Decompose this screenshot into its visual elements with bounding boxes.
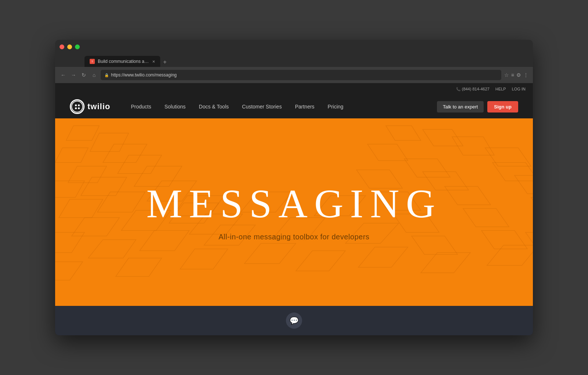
chat-widget-button[interactable]: 💬 [286, 312, 302, 329]
reload-button[interactable]: ↻ [80, 71, 87, 79]
svg-marker-12 [72, 218, 119, 236]
sign-up-button[interactable]: Sign up [487, 101, 518, 113]
svg-marker-40 [358, 247, 408, 267]
maximize-button[interactable] [75, 44, 80, 49]
logo-dot-2 [78, 104, 80, 106]
svg-marker-49 [55, 232, 85, 253]
site-content: 📞 (844) 814-4627 HELP LOG IN [55, 83, 533, 335]
phone-icon: 📞 [456, 87, 460, 91]
svg-marker-9 [59, 199, 103, 218]
logo-icon [70, 99, 85, 114]
logo-dot-1 [75, 104, 77, 106]
logo-text: twilio [87, 102, 110, 111]
logo-dots [75, 104, 80, 109]
svg-marker-41 [421, 253, 470, 273]
back-button[interactable]: ← [60, 71, 67, 79]
browser-actions: ☆ ≡ ⚙ ⋮ [504, 72, 528, 78]
hero-section: MESSAGING All-in-one messaging toolbox f… [55, 118, 533, 306]
svg-marker-38 [244, 243, 296, 264]
svg-marker-3 [103, 144, 147, 162]
hero-content: MESSAGING All-in-one messaging toolbox f… [146, 183, 442, 241]
layers-icon[interactable]: ≡ [511, 72, 514, 78]
chat-icon: 💬 [290, 316, 299, 325]
mac-window: T Build communications apps wi... ✕ + ← … [55, 40, 533, 335]
svg-marker-29 [514, 175, 533, 194]
lock-icon: 🔒 [104, 73, 109, 77]
svg-marker-20 [368, 144, 408, 161]
svg-marker-0 [66, 126, 99, 140]
site-navigation: twilio Products Solutions Docs & Tools C… [55, 95, 533, 118]
hero-title: MESSAGING [146, 183, 442, 224]
svg-marker-23 [485, 148, 531, 166]
browser-chrome: ← → ↻ ⌂ 🔒 https://www.twilio.com/messagi… [55, 67, 533, 83]
tab-favicon-icon: T [90, 59, 95, 64]
logo-dot-3 [75, 107, 77, 109]
phone-number: (844) 814-4627 [462, 87, 490, 91]
logo[interactable]: twilio [70, 99, 110, 114]
settings-icon[interactable]: ⚙ [516, 72, 521, 78]
svg-marker-6 [55, 181, 85, 197]
svg-marker-34 [481, 231, 527, 249]
svg-marker-50 [55, 262, 83, 280]
nav-products[interactable]: Products [125, 95, 157, 118]
bookmark-icon[interactable]: ☆ [504, 72, 509, 78]
tab-bar: T Build communications apps wi... ✕ + [55, 54, 533, 67]
svg-marker-26 [492, 162, 533, 181]
talk-to-expert-button[interactable]: Talk to an expert [437, 101, 484, 113]
svg-marker-7 [81, 177, 127, 196]
svg-marker-22 [404, 159, 450, 177]
svg-marker-4 [68, 166, 107, 183]
svg-marker-37 [180, 249, 228, 269]
url-text: https://www.twilio.com/messaging [111, 72, 177, 78]
svg-marker-5 [118, 155, 162, 174]
nav-pricing[interactable]: Pricing [322, 95, 349, 118]
svg-marker-15 [88, 240, 136, 258]
address-bar[interactable]: 🔒 https://www.twilio.com/messaging [101, 70, 501, 80]
nav-actions: Talk to an expert Sign up [437, 101, 518, 113]
nav-customer-stories[interactable]: Customer Stories [236, 95, 288, 118]
hero-subtitle: All-in-one messaging toolbox for develop… [146, 233, 442, 241]
svg-marker-10 [97, 192, 145, 212]
phone-info: 📞 (844) 814-4627 [456, 87, 490, 91]
svg-marker-19 [423, 129, 463, 146]
new-tab-button[interactable]: + [163, 59, 166, 67]
nav-solutions[interactable]: Solutions [158, 95, 191, 118]
tab-title: Build communications apps wi... [98, 59, 149, 64]
nav-links: Products Solutions Docs & Tools Customer… [125, 95, 437, 118]
home-button[interactable]: ⌂ [90, 71, 98, 79]
nav-docs-tools[interactable]: Docs & Tools [193, 95, 234, 118]
svg-marker-2 [55, 148, 88, 162]
svg-marker-39 [296, 251, 345, 271]
top-info-bar: 📞 (844) 814-4627 HELP LOG IN [55, 83, 533, 95]
bottom-section: 💬 [55, 306, 533, 335]
browser-tab[interactable]: T Build communications apps wi... ✕ [85, 56, 160, 67]
help-link[interactable]: HELP [495, 87, 506, 91]
logo-dot-4 [78, 107, 80, 109]
svg-marker-31 [463, 208, 509, 227]
menu-icon[interactable]: ⋮ [523, 72, 528, 78]
svg-marker-32 [531, 197, 533, 216]
tab-close-icon[interactable]: ✕ [152, 60, 155, 64]
minimize-button[interactable] [67, 44, 72, 49]
title-bar [55, 40, 533, 54]
svg-marker-1 [90, 133, 129, 151]
nav-partners[interactable]: Partners [289, 95, 320, 118]
forward-button[interactable]: → [70, 71, 77, 79]
svg-marker-36 [116, 258, 162, 276]
logo-inner-ring [71, 101, 83, 113]
svg-marker-18 [386, 126, 421, 140]
close-button[interactable] [60, 44, 64, 49]
login-link[interactable]: LOG IN [512, 87, 526, 91]
